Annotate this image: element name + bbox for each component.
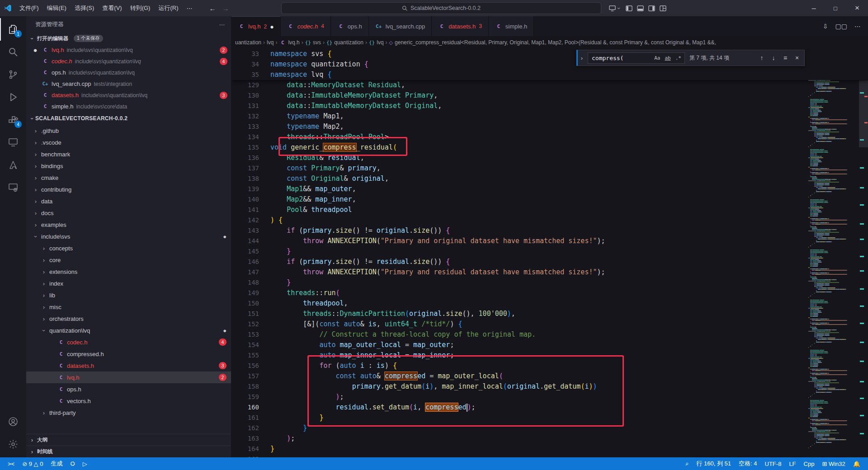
tree-folder-examples[interactable]: ›examples [26,219,231,230]
code-line[interactable]: 146 if (primary.size() != residual.size(… [231,257,868,267]
code-area[interactable]: 33namespace svs {34namespace quantizatio… [231,49,868,457]
tree-folder-docs[interactable]: ›docs [26,207,231,219]
breadcrumb-item[interactable]: uantization [235,39,261,46]
toggle-secondary-sidebar-icon[interactable] [648,5,655,12]
activity-account-icon[interactable] [0,410,26,433]
code-line[interactable]: 152 [&](const auto& is, uint64_t /*tid*/… [231,319,868,329]
tree-file-compressed.h[interactable]: Ccompressed.h [26,348,231,360]
whole-word-icon[interactable]: ab [664,55,672,61]
status-gear-button[interactable]: ⛭ [67,457,78,470]
nav-back-icon[interactable]: ← [209,5,216,12]
tree-folder-bindings[interactable]: ›bindings [26,160,231,172]
menu-item-0[interactable]: 文件(F) [15,3,43,14]
open-editor-item[interactable]: Cdatasets.hinclude\svs\quantization\lvq3 [26,89,231,101]
code-line[interactable]: 160 residual.set_datum(i, compressed); [231,402,868,413]
customize-layout-icon[interactable] [660,5,666,12]
tree-file-codec.h[interactable]: Ccodec.h4 [26,336,231,348]
code-line[interactable]: 141 Pool& threadpool [231,205,868,215]
find-next-icon[interactable]: ↓ [769,54,778,61]
tree-folder-index[interactable]: ›index [26,277,231,289]
overview-ruler[interactable] [859,49,868,457]
status-language-mode[interactable]: Cpp [801,457,818,470]
code-line[interactable]: 135void generic_compress_residual( [231,142,868,153]
project-root-header[interactable]: › SCALABLEVECTORSEARCH-0.0.2 [26,112,231,125]
sidebar-more-actions-icon[interactable]: ⋯ [219,21,225,28]
open-editor-item[interactable]: Cops.hinclude\svs\quantization\lvq [26,67,231,78]
tree-folder-third-party[interactable]: ›third-party [26,407,231,418]
tree-folder-extensions[interactable]: ›extensions [26,266,231,277]
close-icon[interactable]: × [793,54,802,61]
code-line[interactable]: 161 } [231,413,868,423]
activity-extensions-icon[interactable]: 4 [0,108,26,131]
menu-item-2[interactable]: 选择(S) [71,3,98,14]
code-line[interactable]: 163 ); [231,433,868,444]
tree-folder-core[interactable]: ›core [26,254,231,266]
code-line[interactable]: 35namespace lvq { [231,70,868,80]
tree-file-ops.h[interactable]: Cops.h [26,383,231,395]
status-encoding[interactable]: UTF-8 [762,457,785,470]
activity-remote-explorer-icon[interactable] [0,131,26,154]
status-platform[interactable]: ⊞ Win32 [819,457,848,470]
tree-folder-data[interactable]: ›data [26,195,231,207]
remote-menu-icon[interactable]: › [609,5,621,12]
status-remote-indicator[interactable]: >< [5,457,18,470]
code-line[interactable]: 142) { [231,215,868,226]
code-line[interactable]: 149 threads::run( [231,288,868,298]
activity-run-debug-icon[interactable] [0,86,26,108]
tree-folder-cmake[interactable]: ›cmake [26,172,231,183]
code-line[interactable]: 150 threadpool, [231,298,868,309]
minimap[interactable] [808,49,859,457]
window-minimize-button[interactable]: ─ [803,0,825,16]
tab-lvq-search.cpp[interactable]: C+lvq_search.cpp [369,16,432,36]
open-editor-item[interactable]: Csimple.hinclude\svs\core\data [26,101,231,112]
code-line[interactable]: 131 data::ImmutableMemoryDataset Origina… [231,101,868,111]
status-build-button[interactable]: 生成 [47,457,66,470]
tree-folder-.vscode[interactable]: ›.vscode [26,136,231,148]
toggle-sidebar-icon[interactable] [626,5,632,12]
scrollbar-slider[interactable] [859,80,868,147]
find-previous-icon[interactable]: ↑ [757,54,766,61]
code-line[interactable]: 162 } [231,423,868,433]
tree-folder-contributing[interactable]: ›contributing [26,183,231,195]
menu-overflow[interactable]: ⋯ [182,5,196,12]
code-line[interactable]: 155 auto map_inner_local = map_inner; [231,350,868,361]
menu-item-1[interactable]: 编辑(E) [43,3,71,14]
tree-folder-concepts[interactable]: ›concepts [26,242,231,254]
toggle-panel-icon[interactable] [637,5,644,12]
tree-file-datasets.h[interactable]: Cdatasets.h3 [26,360,231,371]
menu-item-5[interactable]: 运行(R) [154,3,182,14]
tab-codec.h[interactable]: Ccodec.h4 [281,16,331,36]
code-line[interactable]: 158 primary.get_datum(i), map_inner_loca… [231,381,868,392]
open-editors-header[interactable]: › 打开的编辑器 1 个未保存 [26,33,231,44]
run-or-download-icon[interactable]: ⇩ [823,23,828,30]
tab-lvq.h[interactable]: Clvq.h2● [231,16,281,36]
match-case-icon[interactable]: Aa [653,55,661,61]
breadcrumb-item[interactable]: {}svs [305,39,321,46]
tree-file-lvq.h[interactable]: Clvq.h2 [26,371,231,383]
activity-custom-tool-icon[interactable] [0,176,26,199]
code-line[interactable]: 151 threads::DynamicPartition(original.s… [231,309,868,319]
breadcrumb-item[interactable]: {}lvq [369,39,384,46]
code-line[interactable]: 145 } [231,246,868,257]
code-line[interactable]: 154 auto map_outer_local = map_outer; [231,340,868,350]
code-line[interactable]: 164} [231,444,868,454]
regex-icon[interactable]: .* [674,55,683,61]
tree-folder-.github[interactable]: ›.github [26,125,231,136]
tree-folder-orchestrators[interactable]: ›orchestrators [26,313,231,324]
code-line[interactable]: 134 threads::ThreadPool Pool> [231,132,868,142]
menu-item-4[interactable]: 转到(G) [126,3,155,14]
code-line[interactable]: 129 data::MemoryDataset Residual, [231,80,868,90]
status-problems[interactable]: ⊘ 9 △ 0 [19,457,46,470]
activity-explorer-icon[interactable]: 1 [0,18,26,41]
nav-forward-icon[interactable]: → [222,5,229,12]
code-line[interactable]: 143 if (primary.size() != original.size(… [231,226,868,236]
breadcrumb-item[interactable]: lvq [267,39,274,46]
activity-source-control-icon[interactable] [0,63,26,86]
code-line[interactable]: 165 [231,454,868,457]
activity-azure-icon[interactable] [0,154,26,176]
tree-file-vectors.h[interactable]: Cvectors.h [26,395,231,407]
code-line[interactable]: 136 Residual& residual, [231,153,868,163]
code-line[interactable]: 133 typename Map2, [231,122,868,132]
activity-settings-icon[interactable] [0,433,26,456]
open-editor-item[interactable]: ●Clvq.hinclude\svs\quantization\lvq2 [26,44,231,56]
